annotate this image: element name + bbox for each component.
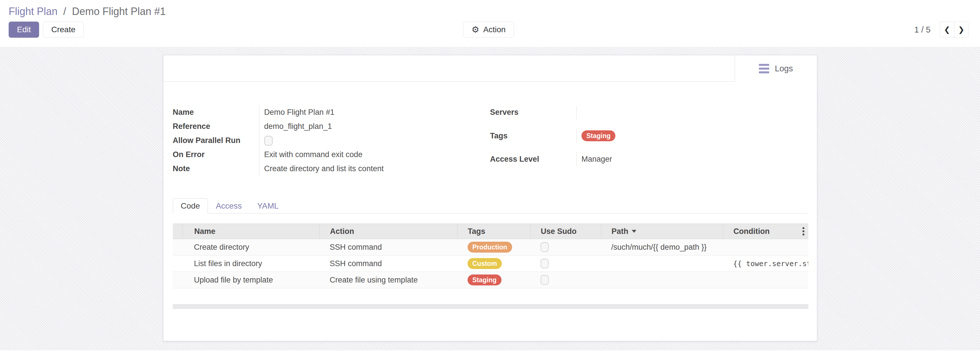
cell-tags: Production [457, 239, 530, 255]
field-value-access-level: Manager [576, 152, 807, 166]
field-label-reference: Reference [173, 120, 259, 134]
row-handle [173, 255, 183, 271]
cell-action: SSH command [320, 239, 457, 255]
button-box: Logs [163, 55, 817, 82]
table-header-name[interactable]: Name [183, 224, 320, 239]
notebook-tabs: Code Access YAML [173, 198, 807, 214]
row-handle [173, 239, 183, 255]
cell-condition [723, 239, 808, 255]
horizontal-scrollbar[interactable] [173, 305, 808, 309]
pager-value: 1 / 5 [915, 25, 931, 35]
field-group-right: Servers Tags Staging Access Level Manage… [490, 105, 807, 176]
table-row-create-directory[interactable]: Create directory SSH command Production … [173, 239, 808, 255]
tab-code[interactable]: Code [173, 198, 208, 214]
action-button-label: Action [484, 25, 506, 34]
table-header-path-label: Path [612, 227, 628, 236]
field-value-on-error: Exit with command exit code [259, 148, 490, 162]
field-group-left: Name Demo Flight Plan #1 Reference demo_… [173, 105, 490, 176]
breadcrumb-separator: / [63, 5, 66, 17]
field-label-servers: Servers [490, 105, 576, 120]
cell-name: List files in directory [183, 255, 320, 271]
table-header-row: Name Action Tags Use Sudo Path Condition [173, 223, 808, 239]
field-value-note: Create directory and list its content [259, 162, 490, 176]
table-header-condition[interactable]: Condition [723, 224, 808, 239]
cell-action: Create file using template [320, 272, 457, 288]
breadcrumb-parent-link[interactable]: Flight Plan [9, 5, 57, 17]
cell-condition [723, 272, 808, 288]
use-sudo-checkbox [541, 242, 549, 252]
field-value-name: Demo Flight Plan #1 [259, 105, 490, 120]
table-header-use-sudo[interactable]: Use Sudo [530, 224, 601, 239]
cell-tags: Custom [457, 255, 530, 271]
table-header-action[interactable]: Action [320, 224, 457, 239]
pager: 1 / 5 ❮ ❯ [915, 22, 969, 38]
control-panel-buttons: Edit Create ⚙ Action 1 / 5 ❮ ❯ [9, 22, 969, 38]
cell-path: /such/much/{{ demo_path }} [601, 239, 723, 255]
cell-condition: {{ tower.server.st [723, 255, 808, 271]
table-header-handle [173, 224, 183, 239]
field-label-note: Note [173, 162, 259, 176]
cell-use-sudo [530, 272, 601, 288]
control-panel: Flight Plan / Demo Flight Plan #1 Edit C… [0, 0, 980, 47]
form-sheet: Logs Name Demo Flight Plan #1 Reference … [163, 55, 817, 341]
use-sudo-checkbox [541, 258, 549, 268]
commands-table: Name Action Tags Use Sudo Path Condition… [173, 223, 808, 309]
cell-name: Create directory [183, 239, 320, 255]
edit-button[interactable]: Edit [9, 22, 39, 38]
action-button[interactable]: ⚙ Action [463, 22, 514, 38]
cell-tags: Staging [457, 272, 530, 288]
tag-badge-custom: Custom [468, 258, 502, 269]
cell-path [601, 272, 723, 288]
pager-buttons: ❮ ❯ [940, 22, 969, 38]
gear-icon: ⚙ [472, 26, 479, 34]
odoo-page: Flight Plan / Demo Flight Plan #1 Edit C… [0, 0, 980, 351]
tag-badge-staging: Staging [468, 274, 501, 286]
view-buttons: Edit Create [9, 22, 84, 38]
optional-columns-kebab-icon[interactable] [803, 227, 804, 235]
chevron-left-icon: ❮ [944, 26, 950, 34]
table-body: Create directory SSH command Production … [173, 239, 808, 288]
cell-use-sudo [530, 239, 601, 255]
create-button[interactable]: Create [43, 22, 84, 38]
field-label-on-error: On Error [173, 148, 259, 162]
table-header-condition-label: Condition [733, 227, 770, 236]
tag-badge-staging: Staging [581, 130, 616, 141]
bottom-edge-strip [0, 349, 980, 351]
logs-button[interactable]: Logs [735, 55, 817, 82]
cell-path [601, 255, 723, 271]
field-value-servers [576, 105, 807, 120]
field-value-allow-parallel-run [259, 134, 490, 148]
breadcrumb-current: Demo Flight Plan #1 [72, 5, 165, 17]
list-icon [759, 64, 769, 73]
tab-yaml[interactable]: YAML [250, 198, 286, 214]
table-header-tags[interactable]: Tags [457, 224, 530, 239]
cell-use-sudo [530, 255, 601, 271]
table-row-upload-file[interactable]: Upload file by template Create file usin… [173, 272, 808, 288]
field-label-access-level: Access Level [490, 152, 576, 166]
cell-action: SSH command [320, 255, 457, 271]
logs-button-label: Logs [775, 64, 793, 73]
field-label-tags: Tags [490, 129, 576, 143]
table-row-list-files[interactable]: List files in directory SSH command Cust… [173, 255, 808, 272]
row-handle [173, 272, 183, 288]
use-sudo-checkbox [541, 275, 549, 285]
content-area: Logs Name Demo Flight Plan #1 Reference … [0, 47, 980, 349]
tag-badge-production: Production [468, 242, 512, 253]
field-groups: Name Demo Flight Plan #1 Reference demo_… [173, 105, 807, 176]
field-value-reference: demo_flight_plan_1 [259, 120, 490, 134]
field-value-tags: Staging [576, 129, 807, 143]
chevron-right-icon: ❯ [958, 26, 964, 34]
breadcrumb: Flight Plan / Demo Flight Plan #1 [9, 5, 969, 18]
tab-access[interactable]: Access [208, 198, 249, 214]
field-label-name: Name [173, 105, 259, 120]
pager-previous-button[interactable]: ❮ [940, 22, 954, 38]
allow-parallel-run-checkbox [264, 136, 273, 145]
pager-next-button[interactable]: ❯ [954, 22, 969, 38]
table-header-path[interactable]: Path [601, 224, 723, 239]
sort-descending-icon [632, 230, 636, 233]
field-label-allow-parallel-run: Allow Parallel Run [173, 134, 259, 148]
cell-name: Upload file by template [183, 272, 320, 288]
